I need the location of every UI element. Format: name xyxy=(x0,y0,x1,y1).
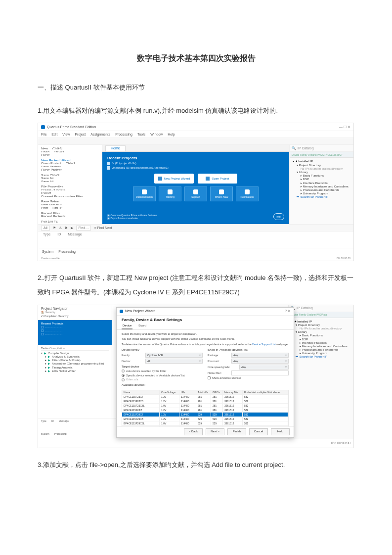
file-menu-item[interactable]: Create / Update xyxy=(41,188,99,190)
file-menu-dropdown[interactable]: New… Ctrl+N Open… Ctrl+O Close New Proje… xyxy=(38,145,102,224)
recent-project[interactable]: Unimage1 (D:/project/unimage1/unimage1) xyxy=(107,166,284,170)
available-devices-table[interactable]: Name Core Voltage LEs Total I/Os GPIOs M… xyxy=(122,390,289,426)
task-item[interactable]: ▸ ▶ EDA Netlist Writer xyxy=(41,370,109,373)
speed-select[interactable]: Any▾ xyxy=(239,365,289,370)
file-menu-item[interactable]: Exit Alt+F4 xyxy=(41,220,99,222)
msg-filter-all[interactable]: All xyxy=(41,226,50,231)
file-menu-item[interactable]: Print Preview xyxy=(41,203,99,205)
radio-auto-device[interactable]: Auto device selected by the Fitter xyxy=(122,370,203,373)
table-row[interactable]: EP4CE115F29C81.2V1144805295293981312532 xyxy=(122,416,288,421)
toolbar[interactable] xyxy=(38,138,353,145)
ip-catalog-search[interactable]: 🔍 IP Catalog xyxy=(289,305,353,312)
open-icon xyxy=(206,177,210,181)
family-select[interactable]: Cyclone IV E▾ xyxy=(145,353,203,358)
msg-filter-error[interactable]: ✖ xyxy=(65,226,68,230)
file-menu-item[interactable]: Close xyxy=(41,153,99,155)
file-menu-item[interactable]: Print… Ctrl+P xyxy=(41,206,99,208)
file-menu-item[interactable]: Save All xyxy=(41,180,99,182)
tab-device[interactable]: Device xyxy=(122,323,132,329)
task-item[interactable]: ▸ ▶ Analysis & Synthesis xyxy=(41,355,109,359)
tile-training[interactable]: Training xyxy=(159,186,181,201)
screenshot-quartus-home: Quartus Prime Standard Edition — ☐ ✕ Fil… xyxy=(38,123,354,261)
table-row[interactable]: EP4CE115F23C8L1.0V1144802812813981312532 xyxy=(122,403,288,408)
messages-toolbar[interactable]: All ⚑ ⚠ ✖ ▶ Find… ≡ Find Next xyxy=(38,225,353,231)
file-menu-item[interactable]: File Properties… xyxy=(41,185,99,187)
menu-project[interactable]: Project xyxy=(75,133,86,137)
tab-board[interactable]: Board xyxy=(137,323,147,329)
task-item[interactable]: ▾ ▶ Compile Design xyxy=(41,352,109,355)
msg-tab-processing[interactable]: Processing xyxy=(58,250,76,254)
ip-catalog-tree[interactable]: ▾ ★ Installed IP ▾ Project Directory No … xyxy=(289,318,353,361)
task-item[interactable]: ▸ ▶ Timing Analysis xyxy=(41,366,109,370)
card-new-project-wizard[interactable]: New Project Wizard xyxy=(154,174,194,184)
radio-specific-device[interactable]: Specific device selected in 'Available d… xyxy=(122,374,203,377)
menu-view[interactable]: View xyxy=(62,133,70,137)
menu-assignments[interactable]: Assignments xyxy=(90,133,110,137)
package-select[interactable]: Any▾ xyxy=(231,353,289,358)
menu-window[interactable]: Window xyxy=(150,133,163,137)
table-row[interactable]: EP4CE115F23C71.2V1144802812813981312532 xyxy=(122,394,288,399)
support-icon xyxy=(193,189,198,194)
msg-filter-run[interactable]: ▶ xyxy=(71,226,73,230)
file-menu-item[interactable]: Recent Projects xyxy=(41,215,99,217)
ip-catalog-device[interactable]: Device Family Cyclone IV E/Auto xyxy=(289,312,353,318)
device-support-link[interactable]: Device Support List xyxy=(252,343,276,346)
window-buttons[interactable]: — ☐ ✕ xyxy=(339,125,350,129)
table-row[interactable]: EP4CE115F29C71.2V1144805295293981312532 xyxy=(122,412,288,416)
recent-project[interactable]: fir (D:/project/fir/fir) xyxy=(107,162,284,165)
card-open-project[interactable]: Open Project xyxy=(198,174,237,184)
device-select[interactable]: All▾ xyxy=(145,359,203,364)
tile-whats-new[interactable]: What's New xyxy=(210,186,233,201)
name-filter-input[interactable] xyxy=(231,370,289,375)
table-row[interactable]: EP4CE115F29C8L1.0V1144805295293981312532 xyxy=(122,421,288,425)
ip-catalog-search[interactable]: 🔍 IP Catalog xyxy=(290,145,353,152)
file-menu-item[interactable]: Recent Files xyxy=(41,212,99,214)
tile-support[interactable]: Support xyxy=(184,186,207,201)
table-row[interactable]: EP4CE115F23I71.2V1144802812813981312532 xyxy=(122,408,288,412)
file-menu-item[interactable]: Save Ctrl+S xyxy=(41,174,99,176)
ip-catalog-panel: 🔍 IP Catalog Device Family Cyclone IV E/… xyxy=(289,145,353,224)
file-menu-item[interactable]: Export… xyxy=(41,191,99,193)
help-button[interactable]: Help xyxy=(271,428,290,435)
file-menu-item[interactable]: Convert Programming Files… xyxy=(41,195,99,197)
cancel-button[interactable]: Cancel xyxy=(249,428,268,435)
menu-processing[interactable]: Processing xyxy=(115,133,132,137)
editor-tabstrip[interactable]: Home xyxy=(102,145,289,152)
dialog-close[interactable]: ? ✕ xyxy=(285,309,291,313)
msg-tab-system[interactable]: System xyxy=(42,250,53,254)
quartus-icon xyxy=(41,125,45,129)
table-row[interactable]: EP4CE115F23C81.2V1144802812813981312532 xyxy=(122,399,288,403)
file-menu-item[interactable]: New… Ctrl+N xyxy=(41,147,99,149)
file-menu-item[interactable]: New Project Wizard… xyxy=(41,159,99,161)
file-menu-item[interactable]: Save As… xyxy=(41,177,99,179)
finish-button[interactable]: Finish xyxy=(227,428,246,435)
menu-file[interactable]: File xyxy=(41,133,46,137)
tile-documentation[interactable]: Documentation xyxy=(133,186,156,201)
project-navigator-label: Project Navigator xyxy=(41,307,109,311)
msg-filter-flag[interactable]: ⚑ xyxy=(53,226,56,230)
ip-catalog-tree[interactable]: ▾ ★ Installed IP ▾ Project Directory No … xyxy=(290,158,353,224)
menu-edit[interactable]: Edit xyxy=(51,133,57,137)
menu-tools[interactable]: Tools xyxy=(137,133,145,137)
msg-filter-warn[interactable]: ⚠ xyxy=(59,226,62,230)
menu-bar[interactable]: File Edit View Project Assignments Proce… xyxy=(38,131,353,138)
tile-notifications[interactable]: Notifications xyxy=(236,186,259,201)
task-item[interactable]: ▸ ▶ Assembler (Generate programming file… xyxy=(41,362,109,366)
file-menu-item[interactable]: Close Project xyxy=(41,168,99,170)
ip-catalog-device[interactable]: Device Family Cyclone IV E/EP4CE115F29C7 xyxy=(290,152,353,158)
file-menu-item[interactable]: Open Project… Ctrl+J xyxy=(41,162,99,164)
status-progress: 0% 00:00:00 xyxy=(337,257,350,260)
back-button[interactable]: < Back xyxy=(184,428,203,435)
chk-advanced[interactable]: Show advanced devices xyxy=(208,376,289,380)
home-footer-link[interactable]: ▣ Buy software or evaluate xyxy=(107,217,157,220)
pincount-select[interactable]: Any▾ xyxy=(231,359,289,364)
file-menu-item[interactable]: Open… Ctrl+O xyxy=(41,150,99,152)
msg-find-next[interactable]: ≡ Find Next xyxy=(94,226,112,230)
next-button[interactable]: Next > xyxy=(206,428,224,435)
task-item[interactable]: ▸ ▶ Fitter (Place & Route) xyxy=(41,359,109,362)
menu-help[interactable]: Help xyxy=(168,133,174,137)
tab-home[interactable]: Home xyxy=(105,145,126,151)
file-menu-item[interactable]: Page Setup… xyxy=(41,200,99,202)
file-menu-item[interactable]: Save Project xyxy=(41,165,99,167)
msg-find[interactable]: Find… xyxy=(76,226,91,231)
